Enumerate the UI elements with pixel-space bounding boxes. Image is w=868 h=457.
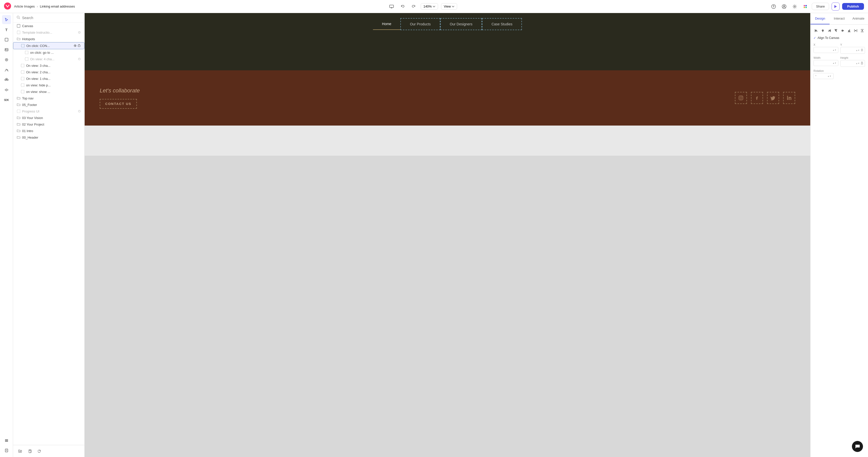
hotspot-icon-8	[21, 90, 25, 94]
sidebar-icon-text[interactable]: T	[2, 25, 11, 34]
layer-template[interactable]: Template Instructio...	[13, 29, 84, 36]
nav-products[interactable]: Our Products	[400, 18, 440, 30]
duplicate-button[interactable]	[26, 448, 33, 455]
svg-rect-54	[29, 451, 31, 453]
distribute-v-button[interactable]	[860, 28, 865, 34]
chat-bubble[interactable]	[852, 441, 863, 452]
layers-list: Canvas Template Instructio... Hotspots	[13, 23, 84, 445]
tab-design[interactable]: Design	[810, 13, 830, 24]
x-input[interactable]	[815, 48, 833, 52]
svg-rect-12	[805, 7, 807, 8]
rotation-spinner[interactable]: ▲▼	[827, 75, 831, 77]
rotation-input[interactable]	[817, 74, 827, 78]
canvas-area[interactable]: Home Our Products Our Designers Case Stu…	[85, 13, 810, 457]
y-input[interactable]	[842, 49, 856, 52]
instagram-icon[interactable]	[735, 92, 747, 104]
svg-rect-67	[829, 30, 831, 31]
layers-bottom-bar	[13, 445, 84, 457]
view-label: View	[444, 4, 451, 8]
align-left-button[interactable]	[813, 28, 819, 34]
layer-onview-3[interactable]: On view: 3 cha...	[13, 62, 84, 69]
height-spinner[interactable]: ▲▼	[856, 62, 860, 65]
logo[interactable]	[4, 2, 11, 10]
device-toggle[interactable]	[388, 2, 396, 10]
layer-onview-4[interactable]: On view: 4 cha...	[13, 56, 84, 62]
svg-rect-45	[21, 71, 24, 73]
distribute-h-button[interactable]	[853, 28, 859, 34]
layer-onview-2[interactable]: On view: 2 cha...	[13, 69, 84, 75]
align-bottom-button[interactable]	[846, 28, 852, 34]
collab-title: Let's collaborate	[100, 87, 140, 94]
layer-footer[interactable]: 05_Footer	[13, 101, 84, 108]
sidebar-icon-effects[interactable]	[2, 65, 11, 74]
align-center-h-button[interactable]	[820, 28, 826, 34]
section-brown: Let's collaborate CONTACT US	[85, 70, 810, 126]
lock-aspect-icon[interactable]	[861, 61, 863, 66]
linkedin-icon[interactable]	[783, 92, 795, 104]
sidebar-icon-pages[interactable]	[2, 446, 11, 455]
view-control[interactable]: View	[441, 3, 457, 9]
link-xy-icon[interactable]	[861, 48, 863, 53]
height-input[interactable]	[842, 62, 856, 65]
tab-interact[interactable]: Interact	[830, 13, 849, 24]
layer-onclick-goto[interactable]: on click: go to ...	[13, 49, 84, 56]
align-top-button[interactable]	[833, 28, 839, 34]
facebook-icon[interactable]	[751, 92, 763, 104]
zoom-control[interactable]: 140%	[421, 3, 438, 9]
layer-onview-hide[interactable]: on view: hide p...	[13, 82, 84, 88]
y-spinner[interactable]: ▲▼	[856, 49, 860, 52]
layer-onview-show[interactable]: on view: show ...	[13, 88, 84, 95]
layer-onclick-con[interactable]: On click: CON...	[13, 42, 84, 49]
layer-canvas[interactable]: Canvas	[13, 23, 84, 29]
dark-spacer	[85, 30, 810, 70]
layer-progress[interactable]: Progress UI	[13, 108, 84, 115]
layer-header[interactable]: 00_Header	[13, 134, 84, 141]
redo-button[interactable]	[410, 2, 418, 10]
layer-onview-1[interactable]: On view: 1 cha...	[13, 75, 84, 82]
search-input[interactable]	[22, 16, 81, 20]
publish-button[interactable]: Publish	[842, 3, 864, 10]
align-middle-button[interactable]	[840, 28, 845, 34]
sidebar-icon-hotspot[interactable]	[2, 55, 11, 64]
preview-button[interactable]	[832, 2, 840, 10]
apps-button[interactable]	[801, 2, 809, 10]
layer-your-project[interactable]: 02 Your Project	[13, 121, 84, 128]
sidebar-icon-layers[interactable]	[2, 436, 11, 445]
layer-topnav[interactable]: Top nav	[13, 95, 84, 101]
sidebar-icon-code[interactable]	[2, 86, 11, 94]
nav-case-studies[interactable]: Case Studies	[482, 18, 522, 30]
layer-hotspots[interactable]: Hotspots	[13, 36, 84, 42]
sidebar-icon-image[interactable]	[2, 45, 11, 54]
breadcrumb-separator: ›	[37, 4, 38, 8]
sidebar-icon-sdk[interactable]: SDK	[2, 95, 11, 104]
sidebar-icon-shape[interactable]	[2, 35, 11, 44]
svg-rect-40	[25, 51, 28, 54]
undo-button[interactable]	[399, 2, 407, 10]
sidebar-icon-component[interactable]	[2, 75, 11, 85]
collaborators-button[interactable]	[780, 2, 788, 10]
svg-rect-47	[21, 84, 24, 87]
layer-your-vision[interactable]: 03 Your Vision	[13, 115, 84, 121]
share-button[interactable]: Share	[812, 3, 829, 10]
width-input[interactable]	[815, 61, 833, 65]
help-button[interactable]	[770, 2, 778, 10]
svg-rect-70	[835, 29, 836, 31]
nav-designers[interactable]: Our Designers	[440, 18, 482, 30]
twitter-icon[interactable]	[767, 92, 779, 104]
width-spinner[interactable]: ▲▼	[833, 62, 837, 64]
width-field: Width ▲▼	[813, 56, 838, 67]
svg-point-38	[74, 45, 76, 47]
breadcrumb-parent[interactable]: Article Images	[14, 4, 35, 8]
refresh-button[interactable]	[36, 448, 43, 455]
x-spinner[interactable]: ▲▼	[833, 49, 837, 51]
layer-intro[interactable]: 01 Intro	[13, 128, 84, 134]
hotspot-icon-2	[25, 51, 29, 55]
nav-home[interactable]: Home	[373, 18, 400, 30]
tab-animate[interactable]: Animate	[849, 13, 868, 24]
align-right-button[interactable]	[827, 28, 832, 34]
svg-rect-73	[842, 30, 843, 32]
new-folder-button[interactable]	[17, 448, 24, 455]
contact-us-button[interactable]: CONTACT US	[100, 99, 137, 109]
sidebar-icon-select[interactable]	[2, 15, 11, 24]
settings-button[interactable]	[790, 2, 799, 10]
